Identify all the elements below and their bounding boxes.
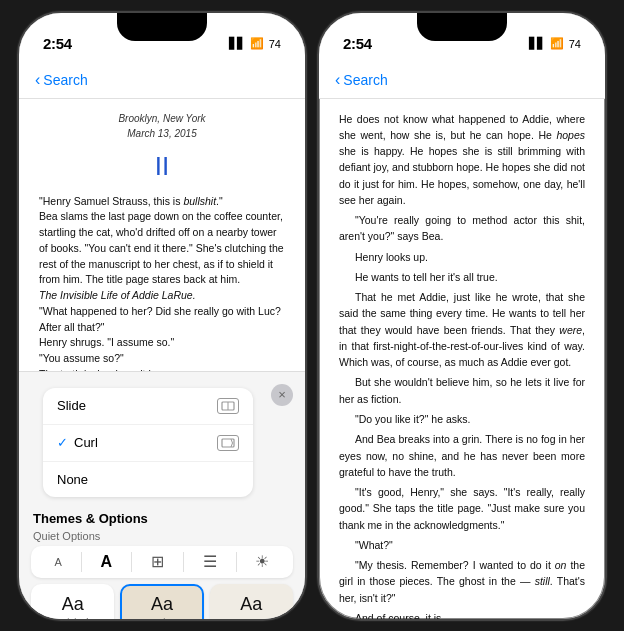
divider-1 (81, 552, 82, 572)
right-notch (417, 13, 507, 41)
right-time: 2:54 (343, 35, 372, 52)
quiet-options-label: Quiet Options (19, 530, 305, 546)
close-panel-button[interactable]: × (271, 384, 293, 406)
phones-container: 2:54 ▋▋ 📶 74 ‹ Search Brooklyn, New York… (17, 11, 607, 621)
themes-label: Themes & Options (33, 511, 148, 526)
right-status-icons: ▋▋ 📶 74 (529, 37, 581, 50)
left-notch (117, 13, 207, 41)
book-para-4: Henry shrugs. "I assume so." (39, 335, 285, 351)
book-para-0: "Henry Samuel Strauss, this is bullshit.… (39, 194, 285, 210)
right-back-button[interactable]: ‹ Search (335, 71, 388, 89)
theme-quiet-label: Quiet (151, 617, 173, 621)
right-status-bar: 2:54 ▋▋ 📶 74 (319, 13, 605, 63)
left-book-content: Brooklyn, New YorkMarch 13, 2015 II "Hen… (19, 99, 305, 383)
brightness-icon[interactable]: ☀ (255, 552, 269, 571)
right-para-11: And of course, it is. (339, 610, 585, 621)
theme-paper[interactable]: Aa Paper (210, 584, 293, 621)
battery-level: 74 (269, 38, 281, 50)
book-para-2: The Invisible Life of Addie LaRue. (39, 288, 285, 304)
theme-quiet-text: Aa (151, 594, 173, 615)
signal-icon: ▋▋ (229, 37, 245, 50)
left-status-bar: 2:54 ▋▋ 📶 74 (19, 13, 305, 63)
left-back-label: Search (43, 72, 87, 88)
transition-options: Slide ✓ Curl None (43, 388, 253, 497)
divider-2 (131, 552, 132, 572)
none-label: None (57, 472, 88, 487)
divider-4 (236, 552, 237, 572)
book-location: Brooklyn, New YorkMarch 13, 2015 (39, 111, 285, 141)
slide-label: Slide (57, 398, 86, 413)
right-para-10: "My thesis. Remember? I wanted to do it … (339, 557, 585, 606)
theme-quiet[interactable]: Aa Quiet (120, 584, 203, 621)
wifi-icon: 📶 (250, 37, 264, 50)
left-chevron-icon: ‹ (35, 71, 40, 89)
right-nav-bar: ‹ Search (319, 63, 605, 99)
themes-header: Themes & Options (19, 505, 305, 530)
curl-icon (217, 435, 239, 451)
book-para-1: Bea slams the last page down on the coff… (39, 209, 285, 288)
font-style-icon[interactable]: ⊞ (151, 552, 164, 571)
left-phone: 2:54 ▋▋ 📶 74 ‹ Search Brooklyn, New York… (17, 11, 307, 621)
right-book-content: He does not know what happened to Addie,… (319, 99, 605, 621)
font-toolbar: A A ⊞ ☰ ☀ (31, 546, 293, 578)
right-para-1: "You're really going to method actor thi… (339, 212, 585, 245)
right-para-2: Henry looks up. (339, 249, 585, 265)
bottom-panel: Slide ✓ Curl None (19, 371, 305, 619)
right-back-label: Search (343, 72, 387, 88)
theme-paper-label: Paper (239, 617, 263, 621)
theme-paper-text: Aa (240, 594, 262, 615)
right-para-4: That he met Addie, just like he wrote, t… (339, 289, 585, 370)
theme-original[interactable]: Aa Original (31, 584, 114, 621)
right-para-9: "What?" (339, 537, 585, 553)
font-large-icon: A (101, 553, 113, 571)
none-option[interactable]: None (43, 462, 253, 497)
slide-option[interactable]: Slide (43, 388, 253, 425)
chapter-number: II (39, 147, 285, 186)
right-signal-icon: ▋▋ (529, 37, 545, 50)
right-wifi-icon: 📶 (550, 37, 564, 50)
right-battery-level: 74 (569, 38, 581, 50)
theme-original-label: Original (57, 617, 88, 621)
left-status-icons: ▋▋ 📶 74 (229, 37, 281, 50)
font-small-icon: A (54, 556, 61, 568)
right-para-0: He does not know what happened to Addie,… (339, 111, 585, 209)
left-book-text: Brooklyn, New YorkMarch 13, 2015 II "Hen… (19, 99, 305, 383)
left-back-button[interactable]: ‹ Search (35, 71, 88, 89)
book-para-3: "What happened to her? Did she really go… (39, 304, 285, 336)
right-para-3: He wants to tell her it's all true. (339, 269, 585, 285)
divider-3 (183, 552, 184, 572)
right-para-8: "It's good, Henry," she says. "It's real… (339, 484, 585, 533)
book-para-5: "You assume so?" (39, 351, 285, 367)
slide-icon (217, 398, 239, 414)
theme-original-text: Aa (62, 594, 84, 615)
curl-option[interactable]: ✓ Curl (43, 425, 253, 462)
left-nav-bar: ‹ Search (19, 63, 305, 99)
right-phone: 2:54 ▋▋ 📶 74 ‹ Search He does not know w… (317, 11, 607, 621)
curl-label: Curl (74, 435, 98, 450)
left-time: 2:54 (43, 35, 72, 52)
right-para-5: But she wouldn't believe him, so he lets… (339, 374, 585, 407)
right-para-6: "Do you like it?" he asks. (339, 411, 585, 427)
checkmark-icon: ✓ (57, 435, 68, 450)
themes-grid: Aa Original Aa Quiet Aa Paper Aa Bold (19, 584, 305, 621)
right-chevron-icon: ‹ (335, 71, 340, 89)
font-format-icon[interactable]: ☰ (203, 552, 217, 571)
right-para-7: And Bea breaks into a grin. There is no … (339, 431, 585, 480)
